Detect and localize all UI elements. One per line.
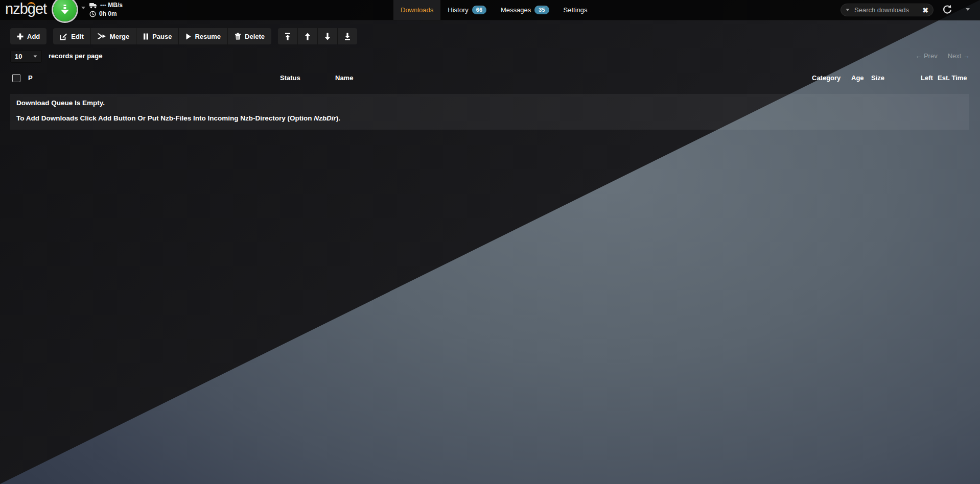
merge-arrows-icon [98,33,106,40]
tab-messages-label: Messages [501,6,531,14]
move-to-bottom-button[interactable] [338,28,357,44]
trash-icon [235,33,241,40]
tab-messages[interactable]: Messages 35 [494,0,556,20]
move-actions-group [278,28,357,44]
arrow-up-icon [304,33,311,40]
search-options-caret-icon[interactable] [846,9,849,11]
tab-settings-label: Settings [564,6,588,14]
top-navbar: nzbget --- MB/s [0,0,980,20]
delete-label: Delete [245,33,265,40]
next-page-link[interactable]: Next → [948,52,970,60]
play-icon [185,33,191,40]
resume-button[interactable]: Resume [179,28,228,44]
select-all-checkbox[interactable] [12,74,20,82]
hint-option-name: NzbDir [314,114,336,122]
tab-downloads[interactable]: Downloads [393,0,440,20]
plus-icon [17,33,24,40]
queue-table-header: P Status Name Category Age Size Left Est… [0,70,980,86]
search-clear-x-icon[interactable]: ✖ [922,7,928,14]
time-value: 0h 0m [99,10,117,18]
arrow-to-top-icon [284,33,291,40]
header-priority[interactable]: P [28,74,33,82]
clock-icon [89,11,96,17]
nav-tabs: Downloads History 66 Messages 35 Setting… [393,0,595,20]
add-label: Add [27,33,40,40]
header-size[interactable]: Size [871,74,884,82]
empty-queue-title: Download Queue Is Empty. [16,99,105,107]
merge-button[interactable]: Merge [91,28,136,44]
page-size-select[interactable]: 10 [10,50,42,63]
move-up-button[interactable] [298,28,318,44]
tab-history[interactable]: History 66 [440,0,494,20]
hint-suffix: ). [336,114,340,122]
move-down-button[interactable] [318,28,338,44]
arrow-to-bottom-icon [344,33,351,40]
logo-text: nzbget [5,1,46,17]
navbar-stats: --- MB/s 0h 0m [89,1,123,18]
pause-icon [143,33,149,40]
menu-dropdown-caret-icon[interactable] [966,8,970,11]
merge-label: Merge [110,33,129,40]
history-count-badge: 66 [472,6,486,14]
search-box[interactable]: ✖ [841,4,934,16]
tab-history-label: History [448,6,468,14]
truck-icon [89,3,97,9]
resume-label: Resume [195,33,221,40]
messages-count-badge: 35 [534,6,549,14]
nzbget-logo: nzbget [5,1,46,17]
records-per-page-label: records per page [49,52,103,60]
edit-button[interactable]: Edit [53,28,91,44]
header-age[interactable]: Age [851,74,864,82]
prev-page-link[interactable]: ← Prev [915,52,937,60]
nzbget-app: nzbget --- MB/s [0,0,980,484]
empty-queue-panel: Download Queue Is Empty. To Add Download… [10,94,969,130]
tab-settings[interactable]: Settings [556,0,595,20]
pager: ← Prev Next → [915,52,970,60]
arrow-down-icon [324,33,331,40]
move-to-top-button[interactable] [278,28,298,44]
refresh-button[interactable] [942,4,953,15]
speed-value: --- MB/s [100,1,123,10]
add-button[interactable]: Add [10,28,46,44]
page-size-caret-icon [34,55,37,57]
download-status-button[interactable] [53,0,77,21]
header-left[interactable]: Left [921,74,933,82]
header-category[interactable]: Category [812,74,841,82]
empty-queue-hint: To Add Downloads Click Add Button Or Put… [16,114,340,122]
edit-label: Edit [71,33,84,40]
header-name[interactable]: Name [335,74,353,82]
hint-prefix: To Add Downloads Click Add Button Or Put… [16,114,314,122]
speed-indicator: --- MB/s [89,1,123,10]
pause-label: Pause [152,33,172,40]
status-dropdown-caret-icon[interactable] [81,7,85,9]
edit-actions-group: Edit Merge Pause Resume [53,28,271,44]
queue-toolbar: Add Edit Merge [10,28,357,44]
header-status[interactable]: Status [280,74,300,82]
pencil-square-icon [60,33,67,40]
tab-downloads-label: Downloads [401,6,433,14]
download-arrow-icon [58,3,72,16]
header-est-time[interactable]: Est. Time [938,74,967,82]
pause-button[interactable]: Pause [136,28,179,44]
refresh-icon [942,4,953,15]
search-input[interactable] [853,6,922,14]
time-indicator: 0h 0m [89,10,123,18]
page-size-value: 10 [15,53,22,60]
delete-button[interactable]: Delete [228,28,271,44]
